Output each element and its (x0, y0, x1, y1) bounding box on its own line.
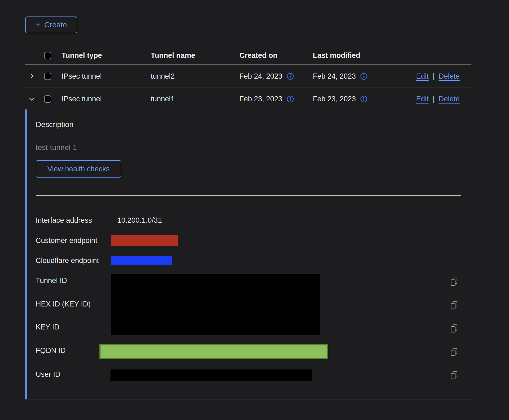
copy-icon (450, 301, 458, 309)
row-checkbox[interactable] (44, 95, 51, 103)
user-id-label: User ID (36, 370, 61, 379)
description-label: Description (36, 120, 73, 129)
header-created-on: Created on (239, 51, 313, 60)
tunnel-type-cell: IPsec tunnel (62, 72, 151, 81)
copy-icon (450, 277, 458, 286)
table-row-tunnel2: IPsec tunnel tunnel2 Feb 24, 2023 Feb 24… (25, 65, 471, 88)
plus-icon: + (35, 20, 41, 29)
hex-id-label: HEX ID (KEY ID) (36, 300, 91, 308)
cloudflare-endpoint-redacted-value (111, 256, 172, 265)
interface-address-label: Interface address (36, 216, 92, 225)
tunnel-name-cell: tunnel2 (151, 72, 239, 81)
fqdn-id-redacted-value (99, 344, 328, 359)
info-icon[interactable] (287, 95, 294, 103)
ipsec-tunnels-page: + Create Tunnel type Tunnel name Created… (0, 0, 509, 420)
select-all-checkbox[interactable] (44, 52, 51, 59)
copy-icon (450, 347, 458, 356)
row-checkbox[interactable] (44, 73, 51, 80)
interface-address-value: 10.200.1.0/31 (117, 216, 162, 225)
info-icon[interactable] (360, 73, 367, 80)
last-modified-value: Feb 23, 2023 (313, 95, 356, 103)
expand-row-button[interactable] (27, 72, 36, 81)
create-button[interactable]: + Create (25, 16, 77, 33)
create-button-label: Create (44, 21, 67, 29)
panel-divider (36, 195, 461, 196)
last-modified-value: Feb 24, 2023 (313, 72, 356, 81)
table-row-tunnel1: IPsec tunnel tunnel1 Feb 23, 2023 Feb 23… (25, 88, 471, 110)
header-tunnel-name: Tunnel name (151, 51, 239, 60)
user-id-redacted-value (110, 369, 312, 381)
delete-link[interactable]: Delete (439, 95, 460, 103)
edit-link[interactable]: Edit (416, 72, 429, 81)
info-icon[interactable] (360, 95, 367, 103)
tunnel-detail-panel: Description test tunnel 1 View health ch… (25, 109, 471, 399)
tunnel-id-label: Tunnel ID (36, 276, 67, 285)
info-icon (360, 73, 367, 80)
copy-user-id-button[interactable] (449, 370, 459, 380)
info-icon (287, 95, 294, 103)
key-id-label: KEY ID (36, 323, 59, 331)
description-value: test tunnel 1 (36, 143, 77, 152)
copy-icon (450, 324, 458, 333)
info-icon (287, 73, 294, 80)
tunnel-name-cell: tunnel1 (151, 95, 239, 103)
actions-separator: | (433, 95, 435, 103)
view-health-checks-button[interactable]: View health checks (36, 160, 121, 178)
edit-link[interactable]: Edit (416, 95, 429, 103)
table-header-row: Tunnel type Tunnel name Created on Last … (25, 46, 471, 65)
copy-hex-id-button[interactable] (449, 300, 459, 310)
created-on-value: Feb 23, 2023 (239, 95, 282, 103)
actions-separator: | (433, 72, 435, 81)
fqdn-id-label: FQDN ID (36, 346, 66, 355)
chevron-right-icon (28, 73, 35, 80)
tunnel-type-cell: IPsec tunnel (62, 95, 151, 103)
copy-key-id-button[interactable] (449, 323, 459, 333)
copy-fqdn-id-button[interactable] (449, 347, 459, 356)
created-on-value: Feb 24, 2023 (239, 72, 282, 81)
header-last-modified: Last modified (313, 51, 416, 60)
copy-tunnel-id-button[interactable] (449, 276, 459, 286)
tunnels-table: Tunnel type Tunnel name Created on Last … (25, 46, 471, 110)
ids-redacted-value (111, 274, 320, 335)
cloudflare-endpoint-label: Cloudflare endpoint (36, 256, 99, 265)
customer-endpoint-redacted-value (111, 235, 178, 246)
info-icon (360, 95, 367, 103)
info-icon[interactable] (287, 73, 294, 80)
delete-link[interactable]: Delete (439, 72, 460, 81)
customer-endpoint-label: Customer endpoint (36, 236, 97, 245)
collapse-row-button[interactable] (27, 95, 36, 104)
header-tunnel-type: Tunnel type (62, 51, 151, 60)
chevron-down-icon (28, 96, 35, 103)
copy-icon (450, 371, 458, 379)
